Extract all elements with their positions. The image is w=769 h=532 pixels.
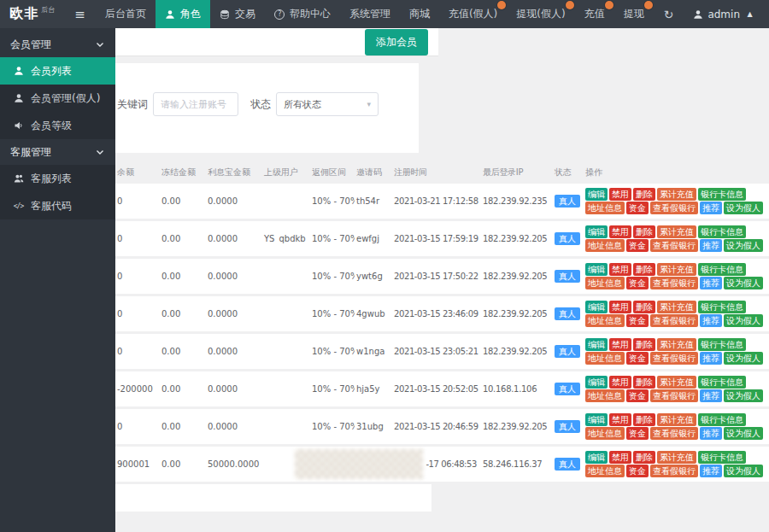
action-button[interactable]: 设为假人 bbox=[724, 389, 763, 402]
action-button[interactable]: 编辑 bbox=[585, 376, 608, 389]
action-button[interactable]: 查看假银行 bbox=[650, 277, 698, 289]
action-button[interactable]: 地址信息 bbox=[585, 314, 625, 327]
action-button[interactable]: 编辑 bbox=[585, 301, 608, 313]
action-button[interactable]: 地址信息 bbox=[585, 277, 625, 289]
nav-item[interactable]: 充值(假人) bbox=[439, 0, 507, 28]
action-button[interactable]: 地址信息 bbox=[585, 389, 625, 402]
action-button[interactable]: 资金 bbox=[626, 389, 649, 402]
action-button[interactable]: 累计充值 bbox=[657, 376, 696, 389]
action-button[interactable]: 设为假人 bbox=[724, 277, 763, 289]
action-button[interactable]: 资金 bbox=[626, 465, 649, 477]
action-button[interactable]: 删除 bbox=[633, 225, 655, 238]
action-button[interactable]: 禁用 bbox=[609, 338, 631, 351]
action-button[interactable]: 资金 bbox=[626, 314, 649, 327]
nav-item[interactable]: ?帮助中心 bbox=[265, 0, 340, 28]
action-button[interactable]: 编辑 bbox=[585, 413, 608, 426]
action-button[interactable]: 累计充值 bbox=[657, 225, 696, 238]
keyword-input[interactable] bbox=[153, 92, 238, 116]
nav-item[interactable]: 商城 bbox=[400, 0, 439, 28]
action-button[interactable]: 禁用 bbox=[609, 301, 631, 313]
action-button[interactable]: 禁用 bbox=[609, 413, 631, 426]
action-button[interactable]: 设为假人 bbox=[724, 239, 763, 252]
action-button[interactable]: 资金 bbox=[626, 427, 649, 440]
status-select[interactable]: 所有状态 ▾ bbox=[276, 92, 379, 116]
action-button[interactable]: 累计充值 bbox=[657, 263, 696, 276]
action-button[interactable]: 删除 bbox=[633, 301, 655, 313]
action-button[interactable]: 银行卡信息 bbox=[698, 301, 746, 313]
nav-item[interactable]: 交易 bbox=[210, 0, 265, 28]
action-button[interactable]: 资金 bbox=[626, 352, 649, 365]
sidebar-group-header[interactable]: 客服管理 bbox=[0, 139, 115, 165]
action-button[interactable]: 禁用 bbox=[609, 263, 631, 276]
refresh-icon[interactable]: ↻ bbox=[654, 0, 684, 28]
action-button[interactable]: 查看假银行 bbox=[650, 427, 698, 440]
action-button[interactable]: 累计充值 bbox=[657, 451, 696, 464]
hamburger-icon[interactable]: ≡ bbox=[64, 0, 96, 28]
action-button[interactable]: 禁用 bbox=[609, 188, 631, 201]
action-button[interactable]: 设为假人 bbox=[724, 202, 763, 214]
action-button[interactable]: 银行卡信息 bbox=[698, 413, 746, 426]
nav-item[interactable]: 提现(假人) bbox=[507, 0, 574, 28]
sidebar-item[interactable]: 会员等级 bbox=[0, 112, 115, 139]
action-button[interactable]: 设为假人 bbox=[724, 314, 763, 327]
action-button[interactable]: 地址信息 bbox=[585, 352, 625, 365]
action-button[interactable]: 地址信息 bbox=[585, 465, 625, 477]
action-button[interactable]: 资金 bbox=[626, 239, 649, 252]
action-button[interactable]: 推荐 bbox=[700, 389, 722, 402]
action-button[interactable]: 资金 bbox=[626, 202, 649, 214]
nav-item[interactable]: 系统管理 bbox=[340, 0, 400, 28]
action-button[interactable]: 银行卡信息 bbox=[698, 225, 746, 238]
action-button[interactable]: 设为假人 bbox=[724, 427, 763, 440]
action-button[interactable]: 禁用 bbox=[609, 376, 631, 389]
action-button[interactable]: 编辑 bbox=[585, 338, 608, 351]
action-button[interactable]: 编辑 bbox=[585, 451, 608, 464]
action-button[interactable]: 银行卡信息 bbox=[698, 263, 746, 276]
action-button[interactable]: 禁用 bbox=[609, 451, 631, 464]
action-button[interactable]: 删除 bbox=[633, 263, 655, 276]
action-button[interactable]: 推荐 bbox=[700, 427, 722, 440]
nav-item[interactable]: 提现 bbox=[614, 0, 654, 28]
action-button[interactable]: 查看假银行 bbox=[650, 239, 698, 252]
action-button[interactable]: 查看假银行 bbox=[650, 202, 698, 214]
action-button[interactable]: 推荐 bbox=[700, 352, 722, 365]
action-button[interactable]: 删除 bbox=[633, 338, 655, 351]
action-button[interactable]: 删除 bbox=[633, 188, 655, 201]
action-button[interactable]: 编辑 bbox=[585, 263, 608, 276]
action-button[interactable]: 推荐 bbox=[700, 314, 722, 327]
action-button[interactable]: 资金 bbox=[626, 277, 649, 289]
action-button[interactable]: 累计充值 bbox=[657, 413, 696, 426]
nav-item[interactable]: 角色 bbox=[156, 0, 210, 28]
action-button[interactable]: 删除 bbox=[633, 451, 655, 464]
action-button[interactable]: 禁用 bbox=[609, 225, 631, 238]
action-button[interactable]: 地址信息 bbox=[585, 202, 625, 214]
action-button[interactable]: 查看假银行 bbox=[650, 389, 698, 402]
sidebar-group-header[interactable]: 会员管理 bbox=[0, 32, 115, 57]
action-button[interactable]: 推荐 bbox=[700, 202, 722, 214]
sidebar-item[interactable]: 会员列表 bbox=[0, 57, 115, 85]
action-button[interactable]: 累计充值 bbox=[657, 338, 696, 351]
sidebar-item[interactable]: </>客服代码 bbox=[0, 192, 115, 219]
action-button[interactable]: 查看假银行 bbox=[650, 352, 698, 365]
action-button[interactable]: 推荐 bbox=[700, 239, 722, 252]
action-button[interactable]: 设为假人 bbox=[724, 465, 763, 477]
action-button[interactable]: 银行卡信息 bbox=[698, 188, 746, 201]
action-button[interactable]: 设为假人 bbox=[724, 352, 763, 365]
action-button[interactable]: 编辑 bbox=[585, 225, 608, 238]
action-button[interactable]: 银行卡信息 bbox=[698, 338, 746, 351]
action-button[interactable]: 删除 bbox=[633, 413, 655, 426]
action-button[interactable]: 累计充值 bbox=[657, 188, 696, 201]
sidebar-item[interactable]: 会员管理(假人) bbox=[0, 85, 115, 112]
nav-item[interactable]: 充值 bbox=[575, 0, 614, 28]
action-button[interactable]: 地址信息 bbox=[585, 427, 625, 440]
action-button[interactable]: 删除 bbox=[633, 376, 655, 389]
action-button[interactable]: 查看假银行 bbox=[650, 314, 698, 327]
action-button[interactable]: 银行卡信息 bbox=[698, 376, 746, 389]
action-button[interactable]: 推荐 bbox=[700, 277, 722, 289]
admin-dropdown[interactable]: admin ▲ bbox=[684, 0, 769, 28]
action-button[interactable]: 推荐 bbox=[700, 465, 722, 477]
add-member-button[interactable]: 添加会员 bbox=[365, 29, 428, 56]
action-button[interactable]: 地址信息 bbox=[585, 239, 625, 252]
sidebar-item[interactable]: 客服列表 bbox=[0, 165, 115, 192]
action-button[interactable]: 银行卡信息 bbox=[698, 451, 746, 464]
action-button[interactable]: 查看假银行 bbox=[650, 465, 698, 477]
